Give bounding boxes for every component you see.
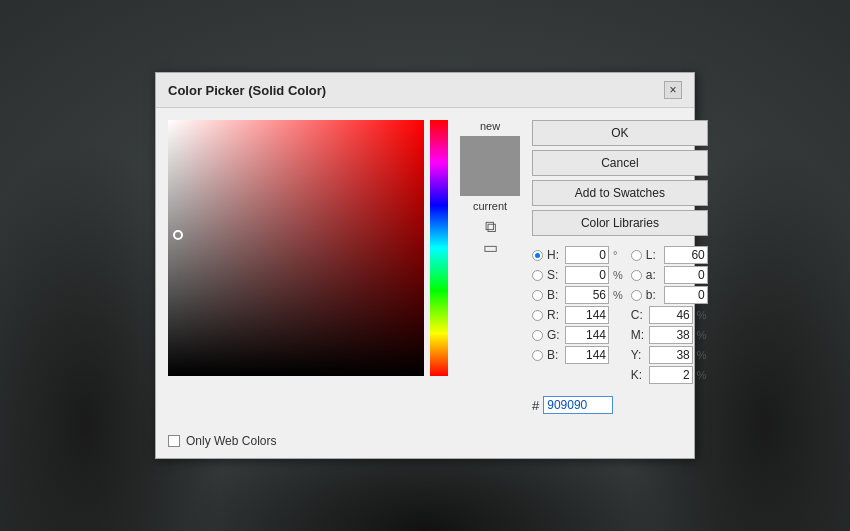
label-B: B: bbox=[547, 288, 561, 302]
field-row-R: R: bbox=[532, 306, 623, 324]
label-Bval: B: bbox=[547, 348, 561, 362]
label-G: G: bbox=[547, 328, 561, 342]
ok-button[interactable]: OK bbox=[532, 120, 708, 146]
input-b2[interactable] bbox=[664, 286, 708, 304]
radio-G[interactable] bbox=[532, 330, 543, 341]
label-H: H: bbox=[547, 248, 561, 262]
input-H[interactable] bbox=[565, 246, 609, 264]
swatch-current[interactable] bbox=[460, 166, 520, 196]
swatch-area: new current ⧉ ▭ bbox=[460, 120, 520, 414]
hex-input[interactable] bbox=[543, 396, 613, 414]
input-Bval[interactable] bbox=[565, 346, 609, 364]
color-picker-dialog: Color Picker (Solid Color) × new bbox=[155, 72, 695, 459]
radio-a[interactable] bbox=[631, 270, 642, 281]
close-button[interactable]: × bbox=[664, 81, 682, 99]
only-web-colors-checkbox[interactable] bbox=[168, 435, 180, 447]
field-row-S: S: % bbox=[532, 266, 623, 284]
field-row-a: a: bbox=[631, 266, 708, 284]
label-K: K: bbox=[631, 368, 645, 382]
label-a: a: bbox=[646, 268, 660, 282]
fields-grid: H: ° L: S: % bbox=[532, 246, 708, 384]
right-panel: OK Cancel Add to Swatches Color Librarie… bbox=[532, 120, 708, 414]
label-L: L: bbox=[646, 248, 660, 262]
buttons-row: OK Cancel Add to Swatches Color Librarie… bbox=[532, 120, 708, 236]
only-web-colors-label: Only Web Colors bbox=[186, 434, 276, 448]
input-a[interactable] bbox=[664, 266, 708, 284]
picker-circle bbox=[173, 230, 183, 240]
color-libraries-button[interactable]: Color Libraries bbox=[532, 210, 708, 236]
unit-S: % bbox=[613, 269, 623, 281]
swatch-icon-row: ⧉ ▭ bbox=[483, 218, 498, 257]
label-S: S: bbox=[547, 268, 561, 282]
label-R: R: bbox=[547, 308, 561, 322]
label-M: M: bbox=[631, 328, 645, 342]
add-to-swatches-button[interactable]: Add to Swatches bbox=[532, 180, 708, 206]
field-row-G: G: bbox=[532, 326, 623, 344]
label-Y: Y: bbox=[631, 348, 645, 362]
radio-b2[interactable] bbox=[631, 290, 642, 301]
cancel-button[interactable]: Cancel bbox=[532, 150, 708, 176]
field-row-K: K: % bbox=[631, 366, 708, 384]
label-b2: b: bbox=[646, 288, 660, 302]
radio-Bval[interactable] bbox=[532, 350, 543, 361]
unit-H: ° bbox=[613, 249, 617, 261]
swatch-new[interactable] bbox=[460, 136, 520, 166]
color-picker-area bbox=[168, 120, 448, 414]
unit-B: % bbox=[613, 289, 623, 301]
input-B[interactable] bbox=[565, 286, 609, 304]
hash-symbol: # bbox=[532, 398, 539, 413]
input-K[interactable] bbox=[649, 366, 693, 384]
gradient-picker[interactable] bbox=[168, 120, 424, 376]
swatch-icon-bottom[interactable]: ▭ bbox=[483, 238, 498, 257]
input-Y[interactable] bbox=[649, 346, 693, 364]
unit-Y: % bbox=[697, 349, 707, 361]
new-label: new bbox=[480, 120, 500, 132]
unit-M: % bbox=[697, 329, 707, 341]
label-C: C: bbox=[631, 308, 645, 322]
bottom-row: Only Web Colors bbox=[156, 430, 694, 458]
field-row-B: B: % bbox=[532, 286, 623, 304]
field-row-H: H: ° bbox=[532, 246, 623, 264]
unit-C: % bbox=[697, 309, 707, 321]
field-row-L: L: bbox=[631, 246, 708, 264]
input-M[interactable] bbox=[649, 326, 693, 344]
radio-S[interactable] bbox=[532, 270, 543, 281]
dialog-body: new current ⧉ ▭ OK Cancel Add to Swatche… bbox=[156, 108, 694, 426]
input-C[interactable] bbox=[649, 306, 693, 324]
current-label: current bbox=[473, 200, 507, 212]
field-row-b2: b: bbox=[631, 286, 708, 304]
unit-K: % bbox=[697, 369, 707, 381]
hash-row: # bbox=[532, 396, 708, 414]
input-S[interactable] bbox=[565, 266, 609, 284]
field-row-Bval: B: bbox=[532, 346, 623, 364]
dialog-title: Color Picker (Solid Color) bbox=[168, 83, 326, 98]
input-L[interactable] bbox=[664, 246, 708, 264]
dialog-titlebar: Color Picker (Solid Color) × bbox=[156, 73, 694, 108]
radio-R[interactable] bbox=[532, 310, 543, 321]
field-row-C: C: % bbox=[631, 306, 708, 324]
hue-slider[interactable] bbox=[430, 120, 448, 376]
radio-H[interactable] bbox=[532, 250, 543, 261]
radio-B[interactable] bbox=[532, 290, 543, 301]
radio-L[interactable] bbox=[631, 250, 642, 261]
field-row-Y: Y: % bbox=[631, 346, 708, 364]
input-G[interactable] bbox=[565, 326, 609, 344]
field-row-M: M: % bbox=[631, 326, 708, 344]
input-R[interactable] bbox=[565, 306, 609, 324]
swatch-icon-top[interactable]: ⧉ bbox=[485, 218, 496, 236]
